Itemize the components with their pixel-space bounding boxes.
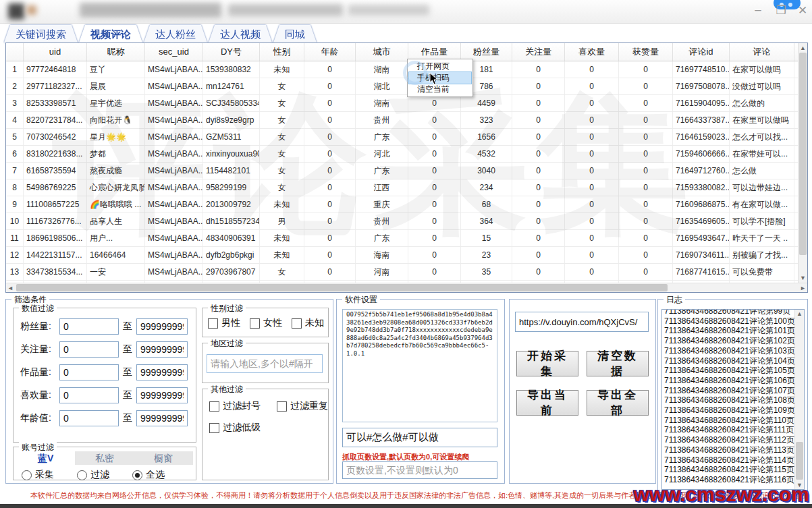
column-header[interactable]: 城市 bbox=[356, 43, 408, 61]
clear-data-button[interactable]: 清空数据 bbox=[587, 351, 649, 376]
checkbox-icon[interactable] bbox=[277, 401, 287, 412]
token-textarea[interactable]: 007952f5b5b741eb1ef95068a8d1b95e4d03b8a4… bbox=[342, 309, 497, 422]
table-row[interactable]: 1011167326776...品享人生MS4wLjABAA...dh15185… bbox=[6, 213, 807, 230]
checkbox-icon[interactable] bbox=[250, 318, 260, 329]
scroll-down-icon[interactable]: ▼ bbox=[799, 274, 807, 282]
table-cell: SCJ345805334 bbox=[203, 95, 260, 111]
scroll-up-icon[interactable]: ▲ bbox=[799, 44, 807, 52]
site-watermark: www.cmszwz.com bbox=[633, 483, 809, 506]
tab-label: 达人粉丝 bbox=[144, 25, 207, 43]
table-vertical-scrollbar[interactable]: ▲ ▼ bbox=[798, 43, 807, 283]
numeric-min-input[interactable] bbox=[59, 318, 119, 335]
checkbox-icon[interactable] bbox=[292, 318, 302, 329]
scroll-up-icon[interactable]: ▲ bbox=[795, 310, 804, 318]
table-row[interactable]: 761658735594熬夜成瘾MS4wLjABAA...1154482101女… bbox=[6, 163, 807, 179]
table-horizontal-scrollbar[interactable]: ◄ ► bbox=[6, 283, 807, 292]
maximize-button[interactable]: ❐ bbox=[772, 3, 790, 18]
tab-5[interactable]: 同城 bbox=[273, 25, 317, 43]
scrollbar-thumb[interactable] bbox=[796, 442, 803, 480]
radio-icon[interactable] bbox=[22, 470, 32, 480]
tab-2[interactable]: 视频评论 bbox=[79, 25, 142, 43]
region-filter-title: 地区过滤 bbox=[208, 338, 246, 349]
column-header[interactable]: 获赞量 bbox=[619, 43, 673, 61]
column-header[interactable]: 年龄 bbox=[304, 43, 356, 61]
other-checkbox[interactable]: 过滤重复 bbox=[277, 400, 328, 412]
log-list[interactable]: 7113864346882608421评论第99页711386434688260… bbox=[661, 309, 805, 490]
table-row[interactable]: 1214422131157...16466464MS4wLjABAA...dyf… bbox=[6, 247, 807, 264]
log-entry: 7113864346882608421评论第111页 bbox=[662, 425, 804, 435]
column-header[interactable]: uid bbox=[24, 43, 87, 61]
video-url-input[interactable] bbox=[515, 312, 649, 332]
table-row[interactable]: 854986769225心宸心妍龙凤胎MS4wLjABAA...95829919… bbox=[6, 179, 807, 196]
column-header[interactable]: 性别 bbox=[260, 43, 304, 61]
table-row[interactable]: 1333473815534...一安MS4wLjABAA...297039678… bbox=[6, 264, 807, 281]
other-checkbox[interactable]: 过滤封号 bbox=[209, 400, 261, 412]
column-header[interactable]: sec_uid bbox=[145, 43, 203, 61]
account-radio[interactable]: 过滤 bbox=[77, 469, 109, 481]
table-row[interactable]: 382533398571星宇优选MS4wLjABAA...SCJ34580533… bbox=[6, 95, 807, 112]
table-cell: dh15185572347 bbox=[203, 213, 260, 229]
export-all-button[interactable]: 导出全部 bbox=[587, 390, 649, 416]
table-cell: MS4wLjABAA... bbox=[145, 146, 203, 162]
account-tab-私密[interactable]: 私密 bbox=[75, 451, 134, 465]
numeric-max-input[interactable] bbox=[136, 341, 188, 358]
column-header[interactable]: 喜欢量 bbox=[565, 43, 619, 61]
column-header[interactable] bbox=[6, 43, 24, 61]
radio-icon[interactable] bbox=[77, 470, 87, 480]
radio-icon[interactable] bbox=[132, 470, 142, 480]
mouse-cursor-icon bbox=[429, 72, 439, 86]
table-row[interactable]: 683180221638...梦都MS4wLjABAA...xinxinyoux… bbox=[6, 146, 807, 163]
table-row[interactable]: 482207231784...向阳花开🐧MS4wLjABAA...dyi8s9z… bbox=[6, 112, 807, 129]
account-radio[interactable]: 全选 bbox=[132, 469, 165, 481]
numeric-min-input[interactable] bbox=[59, 410, 119, 426]
column-header[interactable]: 评论id bbox=[673, 43, 730, 61]
numeric-min-input[interactable] bbox=[59, 341, 119, 358]
table-cell: 0 bbox=[408, 213, 461, 229]
scroll-left-icon[interactable]: ◄ bbox=[6, 284, 15, 292]
pages-input[interactable] bbox=[342, 461, 497, 479]
account-radio[interactable]: 采集 bbox=[22, 469, 54, 481]
table-cell: 星宇优选 bbox=[87, 95, 145, 111]
comment-keywords-input[interactable] bbox=[342, 428, 497, 447]
numeric-max-input[interactable] bbox=[136, 318, 188, 335]
tab-4[interactable]: 达人视频 bbox=[209, 25, 272, 43]
tab-1[interactable]: 关键词搜索 bbox=[4, 25, 78, 43]
column-header[interactable]: 关注量 bbox=[512, 43, 565, 61]
region-filter-input[interactable] bbox=[207, 354, 323, 373]
export-current-button[interactable]: 导出当前 bbox=[516, 390, 578, 416]
account-tab-蓝V[interactable]: 蓝V bbox=[16, 451, 75, 465]
gender-checkbox[interactable]: 女性 bbox=[250, 317, 282, 329]
column-header[interactable]: 评论 bbox=[730, 43, 794, 61]
table-cell: 0 bbox=[512, 230, 565, 246]
table-cell: 0 bbox=[408, 196, 461, 213]
column-header[interactable]: DY号 bbox=[203, 43, 260, 61]
log-scrollbar[interactable]: ▲ ▼ bbox=[794, 310, 804, 489]
log-entry: 7113864346882608421评论第100页 bbox=[662, 316, 804, 327]
scrollbar-thumb[interactable] bbox=[799, 53, 807, 255]
gender-checkbox[interactable]: 未知 bbox=[292, 317, 324, 329]
checkbox-icon[interactable] bbox=[209, 401, 219, 412]
table-row[interactable]: 9111008657225🌈咯哦哦哦 ...MS4wLjABAA...20130… bbox=[6, 196, 807, 213]
tab-3[interactable]: 达人粉丝 bbox=[144, 25, 207, 43]
other-checkbox[interactable]: 过滤低级 bbox=[209, 422, 328, 434]
numeric-max-input[interactable] bbox=[136, 387, 188, 403]
numeric-max-input[interactable] bbox=[136, 364, 188, 380]
checkbox-icon[interactable] bbox=[208, 318, 218, 329]
checkbox-icon[interactable] bbox=[209, 423, 219, 433]
column-header[interactable]: 昵称 bbox=[87, 43, 145, 61]
account-tab-橱窗[interactable]: 橱窗 bbox=[134, 451, 193, 465]
numeric-max-input[interactable] bbox=[136, 410, 188, 426]
start-collect-button[interactable]: 开始采集 bbox=[516, 351, 578, 376]
table-row[interactable]: 1118696198506...用户...MS4wLjABAA...483409… bbox=[6, 230, 807, 247]
numeric-min-input[interactable] bbox=[59, 364, 119, 380]
scroll-right-icon[interactable]: ► bbox=[799, 284, 807, 292]
close-button[interactable]: ✕ bbox=[794, 3, 811, 18]
table-cell: 0 bbox=[619, 196, 673, 213]
context-menu-item[interactable]: 清空当前 bbox=[409, 84, 471, 95]
table-row[interactable]: 570730246542星月🌟🌟MS4wLjABAA...GZM5311女0广东… bbox=[6, 129, 807, 146]
table-cell: 可以免费带 bbox=[730, 264, 794, 280]
scrollbar-thumb[interactable] bbox=[16, 284, 668, 291]
minimize-button[interactable]: – bbox=[749, 3, 767, 17]
numeric-min-input[interactable] bbox=[59, 387, 119, 403]
gender-checkbox[interactable]: 男性 bbox=[208, 317, 240, 329]
